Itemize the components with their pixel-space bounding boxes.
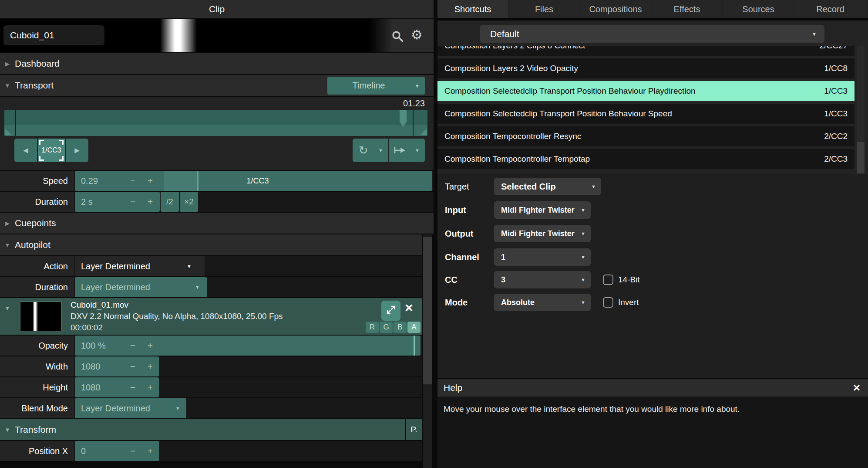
chevron-down-icon: ▼: [581, 294, 585, 311]
section-dashboard[interactable]: ▶ Dashboard: [0, 53, 434, 74]
height-minus-button[interactable]: −: [126, 377, 139, 397]
transform-preset-button[interactable]: P.: [406, 419, 422, 440]
loop-mode-button[interactable]: ↻ ▼: [353, 139, 388, 162]
opacity-slider[interactable]: 100 % − +: [75, 336, 421, 356]
tab-compositions[interactable]: Compositions: [580, 0, 651, 18]
gear-icon[interactable]: ⚙: [411, 27, 423, 42]
loop-out-corner: [420, 129, 427, 135]
shortcut-preset-dropdown[interactable]: Default ▼: [480, 25, 824, 43]
opacity-minus-button[interactable]: −: [126, 336, 139, 356]
input-value: Midi Fighter Twister: [501, 206, 575, 215]
clip-panel-title: Clip: [0, 0, 434, 18]
shortcut-row-selected[interactable]: Composition Selectedclip Transport Posit…: [437, 81, 855, 101]
loop-in-corner: [5, 129, 12, 135]
tab-record[interactable]: Record: [794, 0, 866, 18]
shortcut-list-scrollbar-thumb[interactable]: [857, 142, 865, 173]
width-minus-button[interactable]: −: [126, 356, 139, 376]
height-field[interactable]: 1080 − +: [75, 377, 159, 397]
height-value[interactable]: 1080: [81, 377, 101, 397]
transport-mode-dropdown[interactable]: Timeline ▼: [327, 77, 425, 95]
shortcut-row[interactable]: Composition Layers 2 Clips 8 Connect 2/C…: [437, 46, 855, 56]
help-close-button[interactable]: ×: [853, 379, 860, 397]
input-dropdown[interactable]: Midi Fighter Twister ▼: [494, 201, 591, 219]
channel-b-toggle[interactable]: B: [394, 322, 407, 333]
play-direction-button[interactable]: ▼: [389, 139, 425, 162]
section-transform[interactable]: ▼ Transform: [0, 419, 405, 440]
width-value[interactable]: 1080: [81, 356, 101, 376]
clip-panel-scrollbar-thumb[interactable]: [423, 237, 432, 384]
target-dropdown[interactable]: Selected Clip ▼: [494, 178, 601, 195]
tab-sources[interactable]: Sources: [723, 0, 794, 18]
speed-plus-button[interactable]: +: [144, 171, 157, 191]
expand-clip-button[interactable]: [381, 301, 400, 321]
section-cuepoints[interactable]: ▶ Cuepoints: [0, 213, 434, 234]
channel-dropdown[interactable]: 1 ▼: [494, 248, 591, 266]
duration-minus-button[interactable]: −: [126, 192, 139, 212]
cc-dropdown[interactable]: 3 ▼: [494, 271, 591, 288]
position-x-plus-button[interactable]: +: [144, 441, 157, 461]
section-autopilot[interactable]: ▼ Autopilot: [0, 234, 422, 255]
shortcut-value: 1/CC3: [824, 104, 848, 124]
opacity-plus-button[interactable]: +: [144, 336, 157, 356]
section-transport[interactable]: ▼ Transport Timeline ▼: [0, 75, 434, 96]
height-plus-button[interactable]: +: [144, 377, 157, 397]
transport-body: 01.23 ◀ 1/CC3 ▶ ↻ ▼ ▼: [0, 97, 434, 170]
speed-minus-button[interactable]: −: [126, 171, 139, 191]
tab-files[interactable]: Files: [509, 0, 579, 18]
speed-slider-thumb[interactable]: [197, 171, 198, 191]
shortcut-row[interactable]: Composition Layers 2 Video Opacity 1/CC8: [437, 58, 855, 78]
prev-frame-button[interactable]: ◀: [14, 139, 37, 162]
position-x-field[interactable]: 0 − +: [75, 441, 159, 461]
section-label: Dashboard: [15, 58, 60, 69]
channel-g-toggle[interactable]: G: [380, 322, 393, 333]
tab-effects[interactable]: Effects: [652, 0, 722, 18]
shortcut-name: Composition Layers 2 Video Opacity: [444, 58, 578, 78]
channel-r-toggle[interactable]: R: [366, 322, 379, 333]
resolume-window: Clip Cuboid_01 ⚙ ▶ Dashboard ▼ Transport…: [0, 0, 868, 468]
tab-shortcuts[interactable]: Shortcuts: [437, 0, 508, 18]
target-value: Selected Clip: [501, 182, 556, 192]
next-frame-button[interactable]: ▶: [66, 139, 88, 162]
duration-half-button[interactable]: /2: [161, 192, 179, 212]
output-dropdown[interactable]: Midi Fighter Twister ▼: [494, 225, 591, 242]
channel-a-toggle[interactable]: A: [407, 322, 421, 333]
playhead-icon[interactable]: [400, 110, 407, 127]
chevron-down-icon: ▼: [195, 277, 200, 297]
mode-dropdown[interactable]: Absolute ▼: [494, 294, 591, 311]
chevron-down-icon: ▼: [591, 178, 596, 195]
blend-mode-dropdown[interactable]: Layer Determined ▼: [75, 398, 186, 418]
duration-value[interactable]: 2 s: [81, 192, 93, 212]
search-icon[interactable]: [391, 30, 404, 44]
duration-double-button[interactable]: ×2: [180, 192, 198, 212]
timeline-track[interactable]: [4, 110, 427, 136]
speed-value[interactable]: 0.29: [81, 171, 98, 191]
chevron-down-icon: ▼: [415, 139, 420, 162]
fourteen-bit-checkbox[interactable]: [603, 275, 613, 285]
duration-plus-button[interactable]: +: [144, 192, 157, 212]
remove-clip-button[interactable]: ×: [405, 300, 413, 316]
autopilot-duration-dropdown[interactable]: Layer Determined ▼: [75, 277, 207, 297]
shortcut-row[interactable]: Composition Selectedclip Transport Posit…: [437, 104, 855, 124]
shortcut-row[interactable]: Composition Tempocontroller Tempotap 2/C…: [437, 149, 855, 169]
clip-file-info[interactable]: ▼ Cuboid_01.mov DXV 2.2 Normal Quality, …: [0, 298, 422, 335]
clip-name-field[interactable]: Cuboid_01: [3, 25, 104, 45]
shortcut-name: Composition Selectedclip Transport Posit…: [444, 81, 696, 101]
speed-row: Speed 0.29 − + 1/CC3: [0, 171, 434, 191]
playhead-line: [413, 110, 414, 136]
opacity-slider-thumb[interactable]: [414, 336, 415, 356]
position-x-value[interactable]: 0: [81, 441, 86, 461]
shortcut-row[interactable]: Composition Tempocontroller Resync 2/CC2: [437, 126, 855, 146]
position-x-minus-button[interactable]: −: [126, 441, 139, 461]
speed-field[interactable]: 0.29 − + 1/CC3: [75, 171, 432, 191]
invert-checkbox[interactable]: [603, 297, 613, 308]
duration-field[interactable]: 2 s − +: [75, 192, 160, 212]
loop-in-marker[interactable]: [15, 110, 16, 136]
speed-slider-fill[interactable]: [164, 171, 197, 191]
opacity-value[interactable]: 100 %: [81, 336, 106, 356]
expand-arrow-icon: ▼: [0, 427, 15, 433]
width-field[interactable]: 1080 − +: [75, 356, 159, 376]
width-plus-button[interactable]: +: [144, 356, 157, 376]
action-dropdown[interactable]: Layer Determined ▼: [75, 256, 205, 276]
midi-shortcut-value: 1/CC3: [38, 139, 65, 162]
transport-midi-shortcut[interactable]: 1/CC3: [38, 139, 65, 162]
